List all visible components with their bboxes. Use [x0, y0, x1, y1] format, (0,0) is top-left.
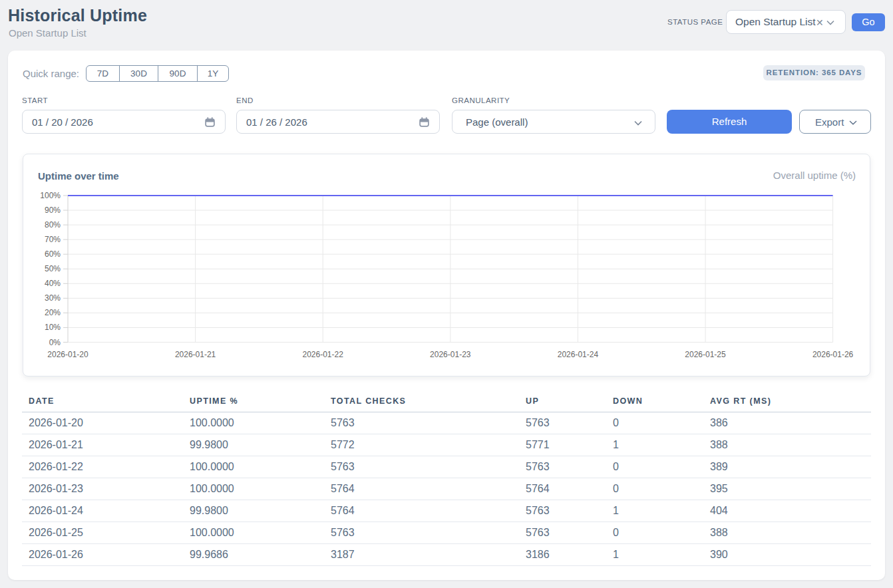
svg-text:0%: 0% [49, 338, 61, 347]
svg-text:100%: 100% [40, 191, 61, 200]
svg-text:Uptime over time: Uptime over time [38, 170, 119, 182]
svg-text:2026-01-22: 2026-01-22 [303, 350, 344, 359]
svg-text:50%: 50% [45, 264, 61, 273]
svg-text:2026-01-25: 2026-01-25 [685, 350, 726, 359]
svg-text:2026-01-24: 2026-01-24 [558, 350, 599, 359]
svg-text:20%: 20% [45, 308, 61, 317]
svg-text:Overall uptime (%): Overall uptime (%) [773, 170, 856, 181]
svg-text:90%: 90% [45, 206, 61, 215]
svg-text:70%: 70% [45, 235, 61, 244]
svg-text:40%: 40% [45, 279, 61, 288]
svg-text:2026-01-21: 2026-01-21 [175, 350, 216, 359]
svg-text:10%: 10% [45, 323, 61, 332]
svg-text:60%: 60% [45, 249, 61, 259]
svg-text:80%: 80% [45, 220, 61, 229]
svg-text:2026-01-20: 2026-01-20 [47, 350, 89, 359]
svg-text:30%: 30% [45, 293, 61, 303]
svg-text:2026-01-26: 2026-01-26 [812, 350, 854, 359]
svg-text:2026-01-23: 2026-01-23 [430, 350, 471, 359]
